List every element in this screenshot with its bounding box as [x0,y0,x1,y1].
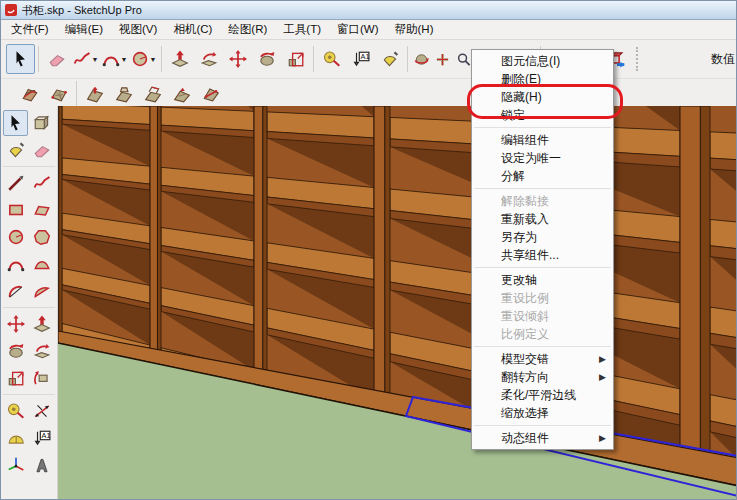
ctx-share-component[interactable]: 共享组件... [472,246,613,264]
orbit-tool-button[interactable] [411,44,432,74]
arc-tool-button[interactable]: ▼ [100,44,129,74]
ctx-soften-smooth-edges[interactable]: 柔化/平滑边线 [472,386,613,404]
scale-tool-button[interactable] [3,365,28,391]
menu-view[interactable]: 视图(V) [111,20,165,39]
ctx-reload[interactable]: 重新载入 [472,210,613,228]
followme-icon [200,50,218,68]
axes-icon [7,456,25,474]
menu-window[interactable]: 窗口(W) [329,20,387,39]
pie2-icon [33,282,51,300]
ctx-make-unique[interactable]: 设定为唯一 [472,149,613,167]
move-tool-button[interactable] [223,44,252,74]
menu-camera[interactable]: 相机(C) [165,20,220,39]
paint-bucket-tool-button[interactable] [3,137,28,163]
component-icon [33,114,51,132]
make-component-tool-button[interactable] [29,110,54,136]
ctx-explode[interactable]: 分解 [472,167,613,185]
menu-edit[interactable]: 编辑(E) [57,20,111,39]
push-pull-tool-button[interactable] [29,311,54,337]
line-tool-button[interactable] [3,170,28,196]
window-title: 书柜.skp - SketchUp Pro [22,3,142,18]
context-menu-separator [474,188,611,189]
dropdown-arrow-icon[interactable]: ▼ [121,56,128,63]
move-tool-button[interactable] [3,311,28,337]
text-tool-button[interactable]: A1 [29,425,54,451]
toolbar-separator [38,46,39,72]
pencil-icon [7,174,25,192]
circle-tool-button[interactable] [3,224,28,250]
context-menu-separator [474,127,611,128]
tape-measure-tool-button[interactable] [3,398,28,424]
menu-help[interactable]: 帮助(H) [387,20,442,39]
three-point-arc-tool-button[interactable] [3,278,28,304]
toolbar-main: ▼▼▼A1数值 [1,40,736,79]
model-viewport[interactable] [58,106,737,500]
two-point-arc-tool-button[interactable] [29,251,54,277]
menu-draw[interactable]: 绘图(R) [220,20,275,39]
freehand-tool-button[interactable] [29,170,54,196]
rotate-tool-button[interactable] [252,44,281,74]
ctx-intersect-faces[interactable]: 模型交错▶ [472,350,613,368]
pan-tool-button[interactable] [432,44,453,74]
freehand-tool-button[interactable]: ▼ [71,44,100,74]
sandbox-add-detail-tool-button[interactable] [167,81,196,107]
offset-tool-button[interactable] [29,365,54,391]
sandbox-smoove-tool-button[interactable] [80,81,109,107]
toolbar-separator [407,46,408,72]
3d-text-tool-button[interactable] [29,452,54,478]
tape-measure-tool-button[interactable] [317,44,346,74]
push-pull-tool-button[interactable] [165,44,194,74]
text-tool-button[interactable]: A1 [346,44,375,74]
ctx-erase[interactable]: 删除(E) [472,70,613,88]
pie-tool-button[interactable] [29,278,54,304]
ctx-save-as[interactable]: 另存为 [472,228,613,246]
select-tool-button[interactable] [6,44,35,74]
ctx-dynamic-components[interactable]: 动态组件▶ [472,429,613,447]
eraser-tool-button[interactable] [29,137,54,163]
ctx-change-axes[interactable]: 更改轴 [472,271,613,289]
paint-bucket-tool-button[interactable] [375,44,404,74]
sb5-icon [144,85,162,103]
dimension-tool-button[interactable] [29,398,54,424]
ctx-zoom-selection[interactable]: 缩放选择 [472,404,613,422]
ctx-edit-component[interactable]: 编辑组件 [472,131,613,149]
followme-icon [33,342,51,360]
move-icon [229,50,247,68]
ctx-hide[interactable]: 隐藏(H) [472,88,613,106]
sandbox-flip-edge-tool-button[interactable] [196,81,225,107]
dropdown-arrow-icon[interactable]: ▼ [150,56,157,63]
arc-tool-button[interactable] [3,251,28,277]
sandbox-from-contours-tool-button[interactable] [15,81,44,107]
freehand-icon [73,50,91,68]
rectangle-tool-button[interactable] [3,197,28,223]
ctx-lock[interactable]: 锁定 [472,106,613,124]
sandbox-drape-tool-button[interactable] [138,81,167,107]
sandbox-from-scratch-tool-button[interactable] [44,81,73,107]
ctx-entity-info[interactable]: 图元信息(I) [472,52,613,70]
axes-tool-button[interactable] [3,452,28,478]
svg-text:A1: A1 [360,52,369,61]
select-tool-button[interactable] [3,110,28,136]
toolbar-separator [161,46,162,72]
menu-tools[interactable]: 工具(T) [275,20,329,39]
eraser-tool-button[interactable] [42,44,71,74]
rect-icon [7,201,25,219]
sketchup-window: { "window": { "title": "书柜.skp - SketchU… [0,0,737,500]
menu-file[interactable]: 文件(F) [3,20,57,39]
follow-me-tool-button[interactable] [29,338,54,364]
protractor-tool-button[interactable] [3,425,28,451]
follow-me-tool-button[interactable] [194,44,223,74]
dropdown-arrow-icon[interactable]: ▼ [92,56,99,63]
polygon-tool-button[interactable] [29,224,54,250]
pushpull-icon [171,50,189,68]
rotated-rectangle-tool-button[interactable] [29,197,54,223]
scale-tool-button[interactable] [281,44,310,74]
circle-tool-button[interactable]: ▼ [129,44,158,74]
rotate-tool-button[interactable] [3,338,28,364]
sb2-icon [50,85,68,103]
ctx-flip-along[interactable]: 翻转方向▶ [472,368,613,386]
dimension-icon [33,402,51,420]
bookshelf-model[interactable] [58,106,737,500]
sandbox-stamp-tool-button[interactable] [109,81,138,107]
sb6-icon [173,85,191,103]
